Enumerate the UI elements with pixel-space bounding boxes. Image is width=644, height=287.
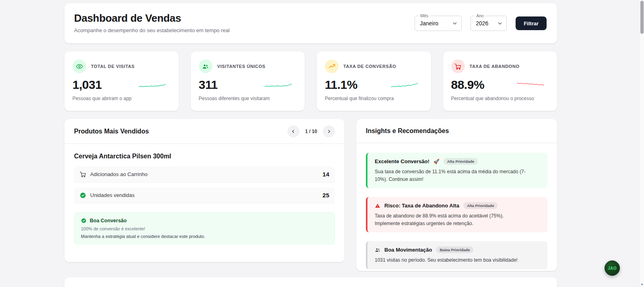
- filter-button[interactable]: Filtrar: [516, 16, 547, 30]
- stat-card-unique-visitors: VISITANTES ÚNICOS 311 Pessoas diferentes…: [191, 51, 305, 111]
- rocket-icon: 🚀: [433, 159, 440, 164]
- next-section-card: [64, 277, 557, 287]
- fab-label: JAO: [608, 266, 617, 271]
- priority-badge: Baixa Prioridade: [436, 246, 473, 253]
- chevron-down-icon: [497, 20, 503, 27]
- insight-title: Risco: Taxa de Abandono Alta: [384, 203, 459, 209]
- warning-icon: [375, 203, 380, 209]
- priority-badge: Alta Prioridade: [444, 158, 478, 165]
- pagination-label: 1 / 10: [305, 129, 317, 134]
- stat-card-total-visits: TOTAL DE VISITAS 1,031 Pessoas que abrir…: [64, 51, 179, 111]
- insight-text: 1031 visitas no período. Seu estabelecim…: [375, 256, 540, 264]
- stat-value: 311: [199, 78, 218, 92]
- stat-description: Percentual que abandonou o processo: [451, 96, 549, 101]
- trending-up-icon: [325, 59, 339, 73]
- chevron-down-icon: [452, 20, 458, 27]
- insights-card: Insights e Recomendações Excelente Conve…: [356, 119, 557, 271]
- users-icon: [375, 247, 380, 253]
- stat-description: Pessoas diferentes que visitaram: [199, 96, 297, 101]
- insight-title: Boa Movimentação: [384, 247, 432, 253]
- year-select[interactable]: Ano 2026: [471, 16, 507, 31]
- highlight-line1: 100% de conversão é excelente!: [81, 226, 328, 231]
- insight-title: Excelente Conversão!: [375, 158, 429, 164]
- chevron-right-icon: [326, 129, 332, 134]
- products-pagination: 1 / 10: [287, 125, 335, 137]
- stat-value: 88.9%: [451, 78, 485, 92]
- sparkline-chart: [264, 80, 292, 90]
- month-select[interactable]: Mês Janeiro: [415, 16, 462, 31]
- month-select-value: Janeiro: [420, 20, 438, 27]
- stat-description: Percentual que finalizou compra: [325, 96, 423, 101]
- stat-description: Pessoas que abriram o app: [72, 96, 171, 101]
- prev-product-button[interactable]: [287, 125, 299, 137]
- year-select-value: 2026: [476, 20, 488, 27]
- metric-value: 25: [322, 192, 329, 199]
- products-title: Produtos Mais Vendidos: [74, 128, 149, 135]
- scrollbar-thumb[interactable]: [640, 1, 644, 34]
- stat-label: VISITANTES ÚNICOS: [217, 64, 266, 69]
- stat-card-abandon-rate: TAXA DE ABANDONO 88.9% Percentual que ab…: [443, 51, 557, 111]
- insight-good-traffic: Boa Movimentação Baixa Prioridade 1031 v…: [366, 241, 547, 269]
- conversion-highlight-panel: Boa Conversão 100% de conversão é excele…: [74, 212, 335, 244]
- dashboard-header: Dashboard de Vendas Acompanhe o desempen…: [64, 3, 557, 43]
- year-select-label: Ano: [475, 13, 485, 18]
- stat-label: TAXA DE CONVERSÃO: [343, 64, 396, 69]
- highlight-title: Boa Conversão: [90, 218, 127, 223]
- next-product-button[interactable]: [323, 125, 335, 137]
- product-name: Cerveja Antarctica Pilsen 300ml: [74, 153, 335, 160]
- cart-icon: [80, 171, 86, 178]
- users-icon: [199, 59, 213, 73]
- cart-icon: [451, 59, 465, 73]
- sparkline-chart: [138, 80, 166, 90]
- chevron-left-icon: [291, 129, 296, 134]
- check-circle-icon: [81, 218, 87, 223]
- stat-card-conversion-rate: TAXA DE CONVERSÃO 11.1% Percentual que f…: [317, 51, 431, 111]
- jao-floating-button[interactable]: JAO: [605, 260, 620, 276]
- month-select-label: Mês: [419, 13, 430, 18]
- check-circle-icon: [80, 192, 86, 199]
- stat-label: TOTAL DE VISITAS: [91, 64, 134, 69]
- top-products-card: Produtos Mais Vendidos 1 / 10 Cerveja An…: [64, 119, 345, 262]
- insight-abandon-risk: Risco: Taxa de Abandono Alta Alta Priori…: [366, 197, 547, 232]
- metric-row-units-sold: Unidades vendidas 25: [74, 187, 335, 203]
- vertical-scrollbar: ▼: [639, 0, 644, 287]
- insight-excellent-conversion: Excelente Conversão! 🚀 Alta Prioridade S…: [366, 153, 547, 188]
- stats-row: TOTAL DE VISITAS 1,031 Pessoas que abrir…: [64, 51, 557, 111]
- metric-row-added-to-cart: Adicionados ao Carrinho 14: [74, 166, 335, 182]
- sparkline-chart: [517, 80, 544, 90]
- stat-value: 11.1%: [325, 78, 357, 92]
- stat-value: 1,031: [72, 78, 102, 92]
- stat-label: TAXA DE ABANDONO: [470, 64, 520, 69]
- eye-icon: [72, 59, 86, 73]
- insights-title: Insights e Recomendações: [366, 127, 449, 135]
- metric-label: Unidades vendidas: [90, 192, 135, 198]
- insight-text: Taxa de abandono de 88.9% está acima do …: [375, 212, 528, 227]
- sparkline-chart: [391, 80, 418, 90]
- priority-badge: Alta Prioridade: [463, 202, 498, 209]
- insight-text: Sua taxa de conversão de 11.1% está acim…: [375, 168, 532, 183]
- metric-value: 14: [322, 171, 329, 178]
- filter-controls: Mês Janeiro Ano 2026 Filtrar: [415, 16, 547, 31]
- scrollbar-down-arrow[interactable]: ▼: [640, 281, 644, 287]
- highlight-line2: Mantenha a estratégia atual e considere …: [81, 234, 328, 239]
- metric-label: Adicionados ao Carrinho: [90, 171, 147, 177]
